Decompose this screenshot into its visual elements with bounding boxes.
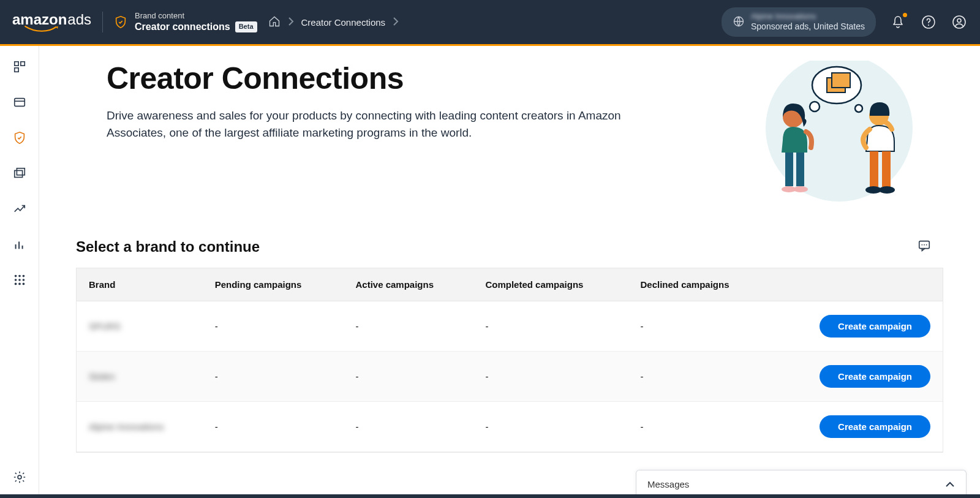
cell-completed: - (473, 301, 628, 352)
svg-rect-37 (870, 151, 878, 187)
table-row: Stolen - - - - Create campaign (77, 352, 943, 402)
brand-name-blurred: SPURS (89, 321, 121, 331)
nav-apps[interactable] (12, 273, 27, 287)
cell-completed: - (473, 352, 628, 402)
brand-supertitle: Brand content (135, 11, 257, 21)
svg-point-20 (22, 279, 24, 281)
bar-chart-icon (13, 238, 26, 251)
svg-point-35 (793, 186, 808, 192)
chevron-up-icon (945, 479, 955, 489)
card-icon (13, 96, 26, 109)
create-campaign-button[interactable]: Create campaign (820, 365, 930, 388)
divider (102, 12, 103, 32)
svg-point-18 (14, 279, 17, 281)
svg-point-15 (14, 275, 17, 277)
shield-icon (114, 15, 127, 29)
messages-label: Messages (647, 479, 689, 489)
shield-icon (13, 131, 26, 145)
page-subtitle: Drive awareness and sales for your produ… (107, 107, 633, 141)
grid-icon (13, 60, 26, 74)
nav-reports[interactable] (12, 237, 27, 252)
svg-point-27 (810, 102, 820, 111)
svg-rect-11 (17, 168, 24, 175)
nav-billing[interactable] (12, 95, 27, 110)
account-name-blurred: Alpine Innovations (751, 12, 865, 21)
cell-declined: - (628, 402, 771, 452)
amazon-ads-logo[interactable]: amazonads (12, 12, 91, 32)
cell-declined: - (628, 301, 771, 352)
hero-illustration (717, 61, 913, 208)
table-row: Alpine Innovations - - - - Create campai… (77, 402, 943, 452)
svg-point-4 (957, 19, 961, 23)
brand-title: Creator connections (135, 21, 230, 33)
brand-context[interactable]: Brand content Creator connections Beta (114, 11, 257, 33)
breadcrumb: Creator Connections (268, 15, 399, 29)
svg-rect-5 (14, 62, 18, 66)
globe-icon (733, 15, 745, 29)
page-title: Creator Connections (107, 61, 633, 96)
brand-name-blurred: Stolen (89, 371, 115, 382)
th-completed: Completed campaigns (473, 268, 628, 301)
svg-point-17 (22, 275, 24, 277)
cell-completed: - (473, 402, 628, 452)
cell-active: - (343, 301, 473, 352)
th-pending: Pending campaigns (203, 268, 344, 301)
chevron-right-icon (393, 17, 399, 28)
bottom-bar (0, 494, 980, 498)
cell-pending: - (203, 402, 344, 452)
svg-rect-38 (882, 151, 891, 187)
svg-rect-33 (796, 153, 804, 186)
chevron-right-icon (288, 17, 294, 28)
help-icon (921, 15, 936, 29)
brand-select-header: Select a brand to continue (39, 214, 980, 268)
hero: Creator Connections Drive awareness and … (39, 46, 980, 214)
svg-point-2 (928, 25, 929, 26)
beta-badge: Beta (235, 21, 257, 32)
svg-point-28 (855, 105, 862, 112)
nav-brand-content[interactable] (12, 130, 27, 145)
svg-point-19 (18, 279, 21, 281)
brands-table: Brand Pending campaigns Active campaigns… (76, 268, 943, 453)
logo-amazon: amazon (12, 12, 67, 27)
feedback-button[interactable] (918, 239, 931, 255)
nav-dashboard[interactable] (12, 59, 27, 74)
svg-rect-30 (832, 73, 850, 88)
profile-button[interactable] (951, 13, 968, 31)
amazon-smile-icon (23, 26, 60, 32)
main-content: Creator Connections Drive awareness and … (39, 46, 980, 498)
brand-name-blurred: Alpine Innovations (89, 421, 164, 432)
cell-pending: - (203, 352, 344, 402)
svg-point-23 (22, 283, 24, 285)
th-brand: Brand (77, 268, 203, 301)
notifications-button[interactable] (889, 13, 907, 31)
th-declined: Declined campaigns (628, 268, 771, 301)
cell-declined: - (628, 352, 771, 402)
create-campaign-button[interactable]: Create campaign (820, 415, 930, 438)
th-active: Active campaigns (343, 268, 473, 301)
svg-rect-10 (14, 170, 22, 177)
cell-active: - (343, 402, 473, 452)
nav-creative[interactable] (12, 166, 27, 181)
cell-active: - (343, 352, 473, 402)
svg-point-22 (18, 283, 21, 285)
table-row: SPURS - - - - Create campaign (77, 301, 943, 352)
home-icon[interactable] (268, 15, 281, 29)
svg-point-43 (924, 244, 925, 246)
gear-icon (13, 470, 26, 484)
section-title: Select a brand to continue (76, 238, 260, 255)
account-switcher[interactable]: Alpine Innovations Sponsored ads, United… (722, 7, 876, 36)
svg-rect-8 (14, 99, 24, 107)
svg-point-42 (921, 244, 922, 246)
breadcrumb-creator-connections[interactable]: Creator Connections (301, 17, 386, 28)
bell-icon (891, 15, 905, 29)
svg-point-24 (18, 475, 21, 479)
logo-ads: ads (67, 12, 91, 27)
nav-settings[interactable] (12, 470, 27, 485)
profile-icon (952, 15, 967, 29)
help-button[interactable] (920, 13, 937, 31)
top-bar: amazonads Brand content Creator connecti… (0, 0, 980, 44)
nav-trends[interactable] (12, 202, 27, 216)
svg-rect-6 (20, 62, 24, 66)
create-campaign-button[interactable]: Create campaign (820, 315, 930, 338)
account-line: Sponsored ads, United States (751, 21, 865, 31)
